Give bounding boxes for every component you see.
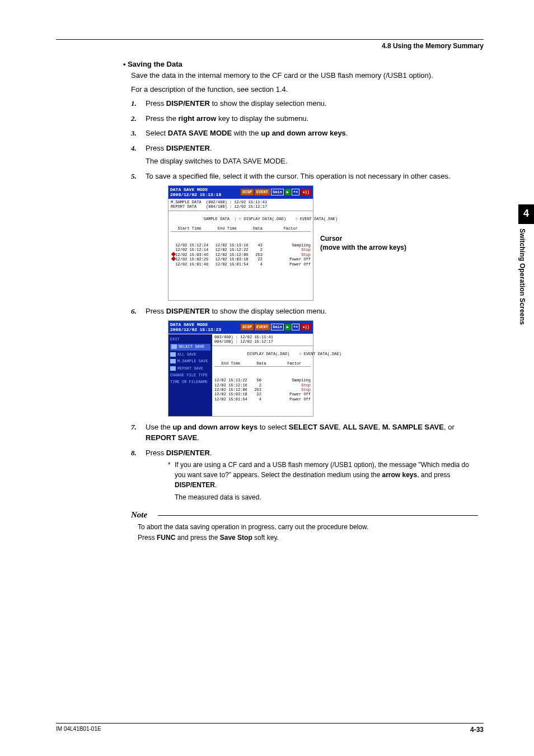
step-8-a: Press [146,449,166,457]
plus-icon: +× [292,189,299,195]
step-7-h: M. SAMPLE SAVE [382,423,444,431]
shot2-datetime: 2008/12/02 15:13:23 [170,327,221,332]
step-4-sub: The display switches to DATA SAVE MODE. [146,156,478,167]
step-7-d: SELECT SAVE [289,423,339,431]
note-line-2d: Save Stop [220,534,252,542]
step-8-note1-e: . [215,481,217,489]
step-7-i: , or [444,423,455,431]
step-2-key: right arrow [179,114,217,123]
step-7-b: up and down arrow keys [172,423,257,431]
step-6-text-c: to show the display selection menu. [210,307,327,315]
step-3-text-a: Select [146,129,168,137]
record-icon: ●)) [301,324,311,330]
step-7-g: , [378,423,382,431]
intro-para-1: Save the data in the internal memory to … [131,71,478,81]
shot2-title: DATA SAVE MODE [170,322,208,327]
note-line-2e: soft key. [252,534,279,542]
table-row: 12/02 15:12:16 2 Stop [214,383,311,388]
step-8-b: DISP/ENTER [166,449,210,457]
play-icon: ▶ [285,324,291,330]
shot2-col-headers: End Time Data Factor [214,361,311,367]
plus-icon: +× [292,324,299,330]
step-7-k: . [197,433,199,442]
menu-item: EXIT [170,337,210,342]
note-line-1: To abort the data saving operation in pr… [138,522,478,533]
menu-item: M.SAMPLE SAVE [170,359,210,364]
step-2-text-c: key to display the submenu. [216,114,308,123]
note-heading: Note [131,510,478,520]
menu-item: CHANGE FILE TYPE [170,373,210,378]
step-7-a: Use the [146,423,172,431]
step-6: 6. Press DISP/ENTER to show the display … [131,306,478,417]
screenshot-data-save-mode-1: DATA SAVE MODE 2008/12/02 15:13:18 DISP … [168,185,313,301]
menu-item: TIME OR FILENAME [170,380,210,385]
table-row: 12/02 15:12:06 253 Stop [214,388,311,392]
shot1-title: DATA SAVE MODE [170,187,208,192]
step-2: 2. Press the right arrow key to display … [131,114,478,124]
step-7-c: to select [257,423,289,431]
menu-item: ALL SAVE [170,352,210,357]
footer-doc-id: IM 04L41B01-01E [56,726,101,734]
event-badge-icon: EVENT [255,324,270,330]
shot2-status-icons: DISP EVENT 5min ▶ +× ●)) [241,324,311,330]
time-badge-1: 5min [271,324,284,330]
cursor-label-line2: (move with the arrow keys) [320,244,406,251]
step-8-note1-d: DISP/ENTER [175,481,215,489]
shot2-col-title: DISPLAY DATA(.DAD) ○ EVENT DATA(.DAE) [247,352,341,356]
step-1: 1. Press DISP/ENTER to show the display … [131,99,478,109]
shot1-info: M.SAMPLE DATA (002/400) : 12/02 15:11:41… [168,199,313,211]
subheading-saving-data: Saving the Data [123,60,478,68]
shot2-info: 002/400) : 12/02 15:11:41 004/100) : 12/… [212,334,313,346]
menu-item: SELECT SAVE [170,344,210,350]
step-5-text: To save a specified file, select it with… [146,172,451,180]
step-3-key-1: DATA SAVE MODE [168,129,232,137]
step-6-text-a: Press [146,307,166,315]
note-body: To abort the data saving operation in pr… [138,522,478,543]
shot2-table-body: 12/02 15:13:22 50 Sampling12/02 15:12:16… [212,378,313,416]
chapter-number: 4 [518,204,534,224]
shot1-status-icons: DISP EVENT 5min ▶ +× ●)) [241,189,311,195]
step-5: 5. To save a specified file, select it w… [131,171,478,301]
chapter-tab: 4 Switching Operation Screens [518,204,534,325]
step-8-c: . [210,449,212,457]
shot1-table-body: 12/02 15:12:24 12/02 15:13:16 43 Samplin… [168,243,313,300]
step-4-key: DISP/ENTER [166,144,210,152]
shot1-col-headers: Start Time End Time Data Factor [171,226,311,232]
note-line-2c: and press the [175,534,219,542]
step-8: 8. Press DISP/ENTER. * If you are using … [131,448,478,502]
table-row: 12/02 15:01:54 4 Power Off [214,397,311,402]
footer-page-number: 4-33 [470,726,484,734]
event-badge-icon: EVENT [255,189,270,195]
table-row: 12/02 15:03:46 12/02 15:12:06 253 Stop [171,253,311,257]
step-6-key: DISP/ENTER [166,307,210,315]
save-icon [171,344,177,349]
step-4-text-a: Press [146,144,166,152]
step-8-note1-b: arrow keys [382,471,417,479]
step-1-text-a: Press [146,99,166,108]
note-line-2b: FUNC [157,534,175,542]
step-4-text-c: . [210,144,212,152]
screenshot-data-save-mode-2: DATA SAVE MODE 2008/12/02 15:13:23 DISP … [168,320,313,417]
section-header: 4.8 Using the Memory Summary [56,42,484,50]
play-icon: ▶ [285,189,291,195]
step-3-key-2: up and down arrow keys [261,129,346,137]
table-row: 12/02 15:03:10 22 Power Off [214,392,311,396]
save-icon [170,359,176,363]
table-row: 12/02 15:01:48 12/02 15:01:54 4 Power Of… [171,262,311,267]
step-8-note2-text: The measured data is saved. [175,493,261,501]
step-1-text-c: to show the display selection menu. [210,99,327,108]
table-row: 12/02 15:12:14 12/02 15:12:22 2 Stop [171,248,311,252]
table-row: 12/02 15:13:22 50 Sampling [214,378,311,382]
step-3-text-c: with the [232,129,261,137]
chapter-label: Switching Operation Screens [518,224,529,325]
cursor-label-line1: Cursor [320,235,342,242]
step-7: 7. Use the up and down arrow keys to sel… [131,422,478,444]
step-3-text-e: . [346,129,348,137]
note-line-2a: Press [138,534,157,542]
intro-para-2: For a description of the function, see s… [131,85,478,95]
step-8-note1-c: , and press [417,471,450,479]
record-icon: ●)) [301,189,311,195]
page-footer: IM 04L41B01-01E 4-33 [56,723,484,734]
step-7-j: REPORT SAVE [146,433,197,442]
table-row: 12/02 15:02:25 12/02 15:03:10 22 Power O… [171,257,311,262]
